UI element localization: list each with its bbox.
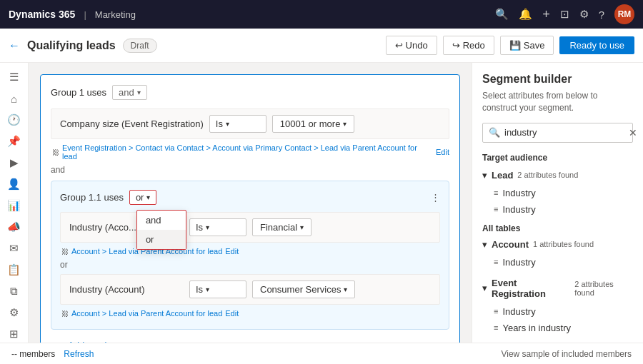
sidebar-recent-icon[interactable]: 🕐 (3, 111, 26, 128)
plus-icon[interactable]: + (542, 7, 550, 22)
help-icon[interactable]: ? (599, 9, 604, 21)
chevron-down-icon: ▾ (226, 120, 229, 128)
operator-dropdown-popup: and or (136, 210, 186, 250)
user-avatar[interactable]: RM (614, 4, 634, 24)
members-label: -- members (11, 349, 55, 359)
undo-button[interactable]: ↩ Undo (386, 36, 437, 55)
lead-section-header[interactable]: ▾ Lead 2 attributes found (482, 168, 633, 182)
chevron-down-icon: ▾ (482, 239, 487, 250)
operator-select[interactable]: Is ▾ (209, 115, 266, 133)
sidebar-play-icon[interactable]: ▶ (3, 154, 26, 171)
filter-icon[interactable]: ⊡ (560, 8, 569, 21)
subgroup-breadcrumb-2: ⛓ Account > Lead via Parent Account for … (60, 309, 440, 318)
subgroup-condition-row-2: Industry (Account) Is ▾ Consumer Service… (60, 274, 440, 305)
edit-link[interactable]: Edit (436, 148, 449, 156)
sidebar-content-icon[interactable]: 📋 (3, 261, 26, 278)
page-title: Qualifying leads (27, 39, 116, 52)
lead-section-title: Lead (492, 170, 513, 181)
bell-icon[interactable]: 🔔 (519, 8, 532, 21)
save-icon: 💾 (509, 40, 521, 51)
edit-link-2[interactable]: Edit (225, 309, 239, 318)
subgroup-value-select-1[interactable]: Financial ▾ (252, 218, 311, 236)
subgroup-card: Group 1.1 uses or ▾ and or ⋮ (51, 181, 449, 330)
sidebar-people-icon[interactable]: 👤 (3, 176, 26, 193)
more-options-icon[interactable]: ⋮ (431, 192, 440, 203)
center-content: Group 1 uses and ▾ Company size (Event R… (29, 63, 472, 343)
sidebar-segments-icon[interactable]: ⧉ (3, 283, 26, 300)
left-sidebar: ☰ ⌂ 🕐 📌 ▶ 👤 📊 📣 ✉ 📋 ⧉ ⚙ ⊞ (0, 63, 29, 343)
lead-industry-item-1[interactable]: ≡ Industry (482, 185, 633, 201)
top-nav-icons: 🔍 🔔 + ⊡ ⚙ ? RM (495, 4, 634, 24)
add-subgroup-button[interactable]: + + Add a subgroup (51, 337, 449, 343)
plus-icon: + (51, 340, 56, 343)
toolbar-actions: ↩ Undo ↪ Redo 💾 Save Ready to use (386, 36, 634, 55)
group-operator-dropdown[interactable]: and ▾ (112, 85, 147, 100)
chevron-down-icon: ▾ (344, 285, 347, 293)
brand-name: Dynamics 365 (9, 9, 75, 20)
all-tables-label: All tables (482, 223, 633, 233)
refresh-button[interactable]: Refresh (64, 349, 94, 359)
search-icon[interactable]: 🔍 (495, 8, 509, 21)
and-connector: and (51, 165, 449, 175)
search-box: 🔍 ✕ (482, 123, 633, 143)
value-select[interactable]: 10001 or more ▾ (272, 115, 355, 133)
account-section-header[interactable]: ▾ Account 1 attributes found (482, 238, 633, 251)
subgroup-header: Group 1.1 uses or ▾ and or ⋮ (60, 190, 440, 205)
event-reg-section-header[interactable]: ▾ Event Registration 2 attributes found (482, 276, 633, 300)
event-reg-industry-item[interactable]: ≡ Industry (482, 303, 633, 320)
chevron-down-icon: ▾ (482, 283, 487, 293)
target-label: Target audience (482, 153, 633, 163)
condition-label-2: Industry (Account) (69, 284, 184, 295)
account-attr-count: 1 attributes found (533, 240, 594, 248)
sidebar-apps-icon[interactable]: ⊞ (3, 325, 26, 343)
sidebar-pin-icon[interactable]: 📌 (3, 133, 26, 150)
chevron-down-icon: ▾ (482, 170, 487, 181)
sidebar-menu-icon[interactable]: ☰ (3, 69, 26, 86)
clear-search-icon[interactable]: ✕ (629, 127, 637, 138)
subgroup-operator-select-2[interactable]: Is ▾ (189, 280, 246, 298)
event-reg-section-title: Event Registration (492, 278, 570, 299)
main-layout: ☰ ⌂ 🕐 📌 ▶ 👤 📊 📣 ✉ 📋 ⧉ ⚙ ⊞ Group 1 uses a… (0, 63, 643, 343)
sidebar-marketing-icon[interactable]: 📣 (3, 218, 26, 236)
sample-text: View sample of included members (501, 349, 632, 359)
panel-title: Segment builder (482, 73, 633, 86)
group-uses-label: Group 1 uses (51, 87, 106, 98)
ready-button[interactable]: Ready to use (559, 36, 634, 54)
chevron-down-icon: ▾ (300, 223, 304, 231)
subgroup-operator-select-1[interactable]: Is ▾ (189, 218, 246, 236)
second-bar: ← Qualifying leads Draft ↩ Undo ↪ Redo 💾… (0, 29, 643, 63)
breadcrumb-row: ⛓ Event Registration > Contact via Conta… (51, 143, 449, 161)
sidebar-email-icon[interactable]: ✉ (3, 240, 26, 257)
or-pill-container: or ▾ and or (129, 190, 157, 205)
sidebar-settings-icon[interactable]: ⚙ (3, 304, 26, 321)
session-section-header[interactable]: › Session 1 attributes found (482, 342, 633, 343)
link-icon: ⛓ (52, 148, 59, 156)
account-industry-item[interactable]: ≡ Industry (482, 254, 633, 271)
search-input[interactable] (504, 127, 624, 138)
subgroup-value-select-2[interactable]: Consumer Services ▾ (252, 280, 355, 298)
sidebar-leads-icon[interactable]: 📊 (3, 197, 26, 214)
event-registration-section: ▾ Event Registration 2 attributes found … (482, 276, 633, 336)
save-button[interactable]: 💾 Save (500, 36, 554, 55)
sidebar-home-icon[interactable]: ⌂ (3, 90, 26, 107)
event-reg-attr-count: 2 attributes found (574, 280, 633, 297)
attr-icon: ≡ (494, 188, 498, 197)
settings-icon[interactable]: ⚙ (579, 8, 589, 21)
condition-row-company-size: Company size (Event Registration) Is ▾ 1… (51, 108, 449, 139)
event-reg-years-item[interactable]: ≡ Years in industry (482, 320, 633, 336)
lead-industry-item-2[interactable]: ≡ Industry (482, 201, 633, 218)
subgroup-breadcrumb-1: ⛓ Account > Lead via Parent Account for … (60, 247, 440, 256)
attr-icon: ≡ (494, 205, 498, 213)
edit-link-1[interactable]: Edit (225, 247, 239, 256)
dropdown-item-and[interactable]: and (137, 211, 186, 230)
account-section-title: Account (492, 239, 529, 250)
back-button[interactable]: ← (9, 39, 20, 52)
top-nav: Dynamics 365 | Marketing 🔍 🔔 + ⊡ ⚙ ? RM (0, 0, 643, 29)
chevron-down-icon: ▾ (146, 193, 150, 201)
subgroup-label: Group 1.1 uses (60, 192, 124, 203)
redo-button[interactable]: ↪ Redo (443, 36, 494, 55)
chevron-down-icon: ▾ (206, 223, 209, 231)
dropdown-item-or[interactable]: or (137, 230, 186, 249)
attr-icon: ≡ (494, 307, 498, 315)
subgroup-operator-dropdown[interactable]: or ▾ (129, 190, 157, 205)
